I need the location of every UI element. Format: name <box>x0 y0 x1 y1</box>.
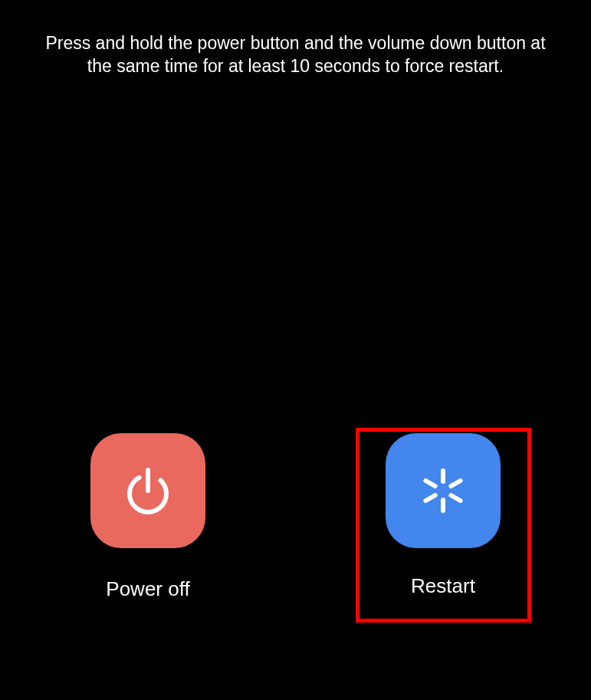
svg-line-5 <box>451 495 460 501</box>
power-actions-row: Power off Restart <box>0 433 591 621</box>
restart-label: Restart <box>411 574 475 598</box>
restart-button[interactable]: Restart <box>357 429 530 621</box>
restart-icon <box>386 433 501 548</box>
power-off-label: Power off <box>106 577 189 601</box>
svg-line-6 <box>425 495 435 501</box>
svg-line-7 <box>451 481 460 486</box>
power-off-button[interactable]: Power off <box>62 433 235 621</box>
power-icon <box>90 433 205 548</box>
instruction-text: Press and hold the power button and the … <box>0 0 591 78</box>
svg-line-4 <box>425 481 435 486</box>
